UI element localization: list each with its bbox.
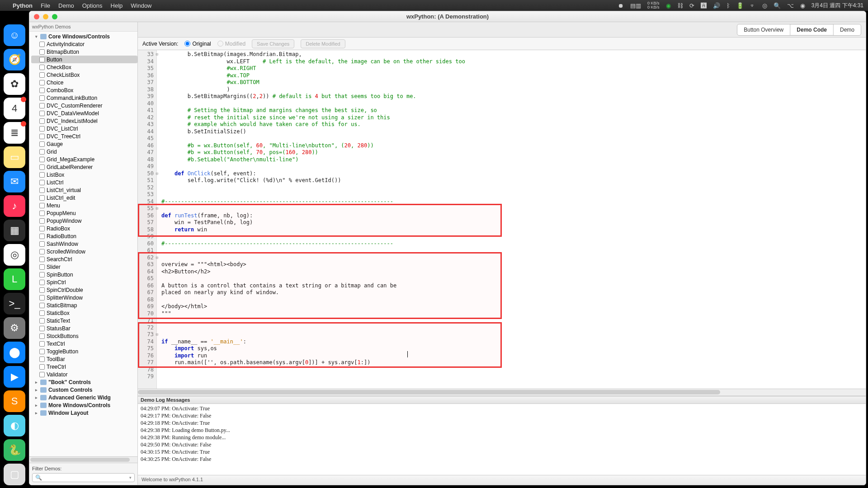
radio-original-input[interactable]	[184, 41, 190, 47]
airplay-icon[interactable]: ◎	[762, 2, 767, 9]
netstat-icon[interactable]: 0 KB/s0 KB/s	[647, 1, 660, 9]
log-body[interactable]: 04:29:07 PM: OnActivate: True04:29:17 PM…	[138, 404, 866, 475]
tree-item[interactable]: Button	[31, 56, 137, 63]
dock-terminal[interactable]: >_	[4, 293, 25, 314]
tree-group[interactable]: ▸Window Layout	[31, 409, 137, 417]
tree-item[interactable]: ListCtrl	[31, 178, 137, 186]
tree-item[interactable]: Validator	[31, 371, 137, 378]
tree-item[interactable]: DVC_CustomRenderer	[31, 102, 137, 109]
dock-chrome[interactable]: ◎	[4, 244, 25, 266]
tree-item[interactable]: StaticBitmap	[31, 301, 137, 309]
tree-item[interactable]: GridLabelRenderer	[31, 163, 137, 171]
menu-demo[interactable]: Demo	[58, 2, 74, 9]
tree-item[interactable]: CommandLinkButton	[31, 94, 137, 102]
volume-icon[interactable]: 🔊	[713, 2, 720, 9]
tree-group[interactable]: ▸"Book" Controls	[31, 378, 137, 386]
tree-group[interactable]: ▾Core Windows/Controls	[31, 33, 137, 40]
menubar-clock[interactable]: 3月4日 週四 下午4:31	[811, 2, 863, 9]
trays-icon[interactable]: ▤▥	[630, 2, 641, 9]
line-tray-icon[interactable]: ◉	[666, 2, 671, 9]
dock-appc[interactable]: ◐	[4, 415, 25, 436]
tree-item[interactable]: Slider	[31, 263, 137, 271]
filter-input[interactable]	[44, 474, 127, 481]
clock-icon[interactable]: ⟳	[689, 2, 694, 9]
sidebar-h-scrollbar[interactable]	[29, 456, 137, 463]
code-area[interactable]: b.SetBitmap(images.Mondrian.Bitmap, wx.L…	[157, 50, 866, 389]
delete-modified-button[interactable]: Delete Modified	[301, 39, 345, 48]
dock-appd[interactable]: ▢	[4, 464, 25, 485]
battery-icon[interactable]: 🔋	[736, 2, 744, 9]
radio-original[interactable]: Original	[184, 41, 211, 47]
tree-group[interactable]: ▸Advanced Generic Widg	[31, 394, 137, 401]
tree-item[interactable]: Gauge	[31, 140, 137, 148]
a-icon[interactable]: 🅰	[701, 2, 707, 9]
tree-item[interactable]: ScrolledWindow	[31, 248, 137, 255]
editor-h-scrollbar[interactable]	[138, 389, 866, 396]
tree-item[interactable]: ToggleButton	[31, 347, 137, 355]
tree-item[interactable]: SpinCtrlDouble	[31, 286, 137, 294]
radio-modified-input[interactable]	[217, 41, 223, 47]
tree-item[interactable]: SplitterWindow	[31, 294, 137, 301]
line-number-gutter[interactable]: 3334353637383940414243444546474849505152…	[138, 50, 157, 389]
tree-item[interactable]: RadioButton	[31, 232, 137, 240]
link-icon[interactable]: ⛓	[677, 2, 683, 9]
tab-demo-code[interactable]: Demo Code	[790, 24, 834, 35]
dock-settings[interactable]: ⚙	[4, 317, 25, 339]
tree-item[interactable]: SpinButton	[31, 271, 137, 278]
code-editor[interactable]: 3334353637383940414243444546474849505152…	[138, 50, 866, 389]
tree-item[interactable]: ListCtrl_edit	[31, 194, 137, 202]
menu-help[interactable]: Help	[111, 2, 123, 9]
tree-item[interactable]: SashWindow	[31, 240, 137, 248]
tree-item[interactable]: Grid_MegaExample	[31, 155, 137, 163]
bluetooth-icon[interactable]: ᛒ	[726, 2, 730, 9]
tree-item[interactable]: TextCtrl	[31, 340, 137, 347]
tab-overview[interactable]: Button Overview	[737, 24, 790, 35]
dock-calculator[interactable]: ▦	[4, 220, 25, 241]
siri-icon[interactable]: ◉	[800, 2, 805, 9]
tree-item[interactable]: StatusBar	[31, 324, 137, 332]
menu-window[interactable]: Window	[131, 2, 151, 9]
tree-item[interactable]: ActivityIndicator	[31, 40, 137, 48]
dock-python[interactable]: 🐍	[4, 439, 25, 461]
menubar-appname[interactable]: Python	[13, 2, 33, 9]
chevron-down-icon[interactable]: ▾	[129, 475, 132, 480]
dock-music[interactable]: ♪	[4, 195, 25, 217]
tree-item[interactable]: DVC_TreeCtrl	[31, 132, 137, 140]
tree-item[interactable]: DVC_ListCtrl	[31, 125, 137, 132]
dock-reminders[interactable]: ≣	[4, 122, 25, 144]
dock-calendar[interactable]: 4	[4, 98, 25, 119]
tree-group[interactable]: ▸More Windows/Controls	[31, 401, 137, 409]
dock-notes[interactable]: ▭	[4, 146, 25, 168]
dock-appb[interactable]: ▶	[4, 366, 25, 388]
dock-mail[interactable]: ✉	[4, 171, 25, 192]
tree-item[interactable]: RadioBox	[31, 225, 137, 232]
spotlight-icon[interactable]: 🔍	[774, 2, 781, 9]
demo-tree[interactable]: ▾Core Windows/ControlsActivityIndicatorB…	[29, 32, 137, 456]
dock-safari[interactable]: 🧭	[4, 49, 25, 70]
control-center-icon[interactable]: ⌥	[787, 2, 794, 9]
tree-item[interactable]: Menu	[31, 202, 137, 209]
tree-item[interactable]: DVC_DataViewModel	[31, 109, 137, 117]
tree-group[interactable]: ▸Custom Controls	[31, 386, 137, 394]
dock-appa[interactable]: ⬤	[4, 342, 25, 363]
save-changes-button[interactable]: Save Changes	[252, 39, 294, 48]
tree-item[interactable]: SearchCtrl	[31, 255, 137, 263]
dock-photos[interactable]: ✿	[4, 73, 25, 95]
tree-item[interactable]: CheckBox	[31, 63, 137, 71]
tree-item[interactable]: ToolBar	[31, 355, 137, 363]
tree-item[interactable]: ListCtrl_virtual	[31, 186, 137, 194]
dock-line[interactable]: L	[4, 268, 25, 290]
menu-options[interactable]: Options	[82, 2, 103, 9]
tree-item[interactable]: CheckListBox	[31, 71, 137, 79]
radio-modified[interactable]: Modified	[217, 41, 245, 47]
tree-item[interactable]: StaticBox	[31, 309, 137, 317]
menu-file[interactable]: File	[41, 2, 50, 9]
tab-demo[interactable]: Demo	[834, 24, 861, 35]
tree-item[interactable]: PopupMenu	[31, 209, 137, 217]
tree-item[interactable]: Choice	[31, 79, 137, 86]
tree-item[interactable]: ComboBox	[31, 86, 137, 94]
tree-item[interactable]: ListBox	[31, 171, 137, 178]
tree-item[interactable]: Grid	[31, 148, 137, 155]
tree-item[interactable]: StockButtons	[31, 332, 137, 340]
dock-finder[interactable]: ☺	[4, 24, 25, 46]
